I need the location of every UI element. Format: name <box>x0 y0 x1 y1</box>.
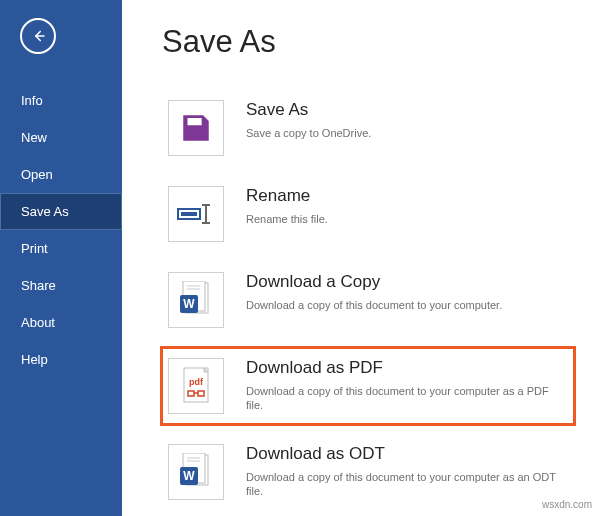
option-desc: Download a copy of this document to your… <box>246 298 568 312</box>
option-title: Save As <box>246 100 568 120</box>
option-title: Download as PDF <box>246 358 568 378</box>
option-text: Download as ODT Download a copy of this … <box>246 444 568 499</box>
sidebar-item-save-as[interactable]: Save As <box>0 193 122 230</box>
word-doc-icon: W <box>168 272 224 328</box>
sidebar-item-share[interactable]: Share <box>0 267 122 304</box>
odt-icon: W <box>168 444 224 500</box>
option-title: Download as ODT <box>246 444 568 464</box>
sidebar-item-new[interactable]: New <box>0 119 122 156</box>
option-desc: Rename this file. <box>246 212 568 226</box>
svg-rect-3 <box>181 212 197 216</box>
sidebar-item-label: About <box>21 315 55 330</box>
option-desc: Download a copy of this document to your… <box>246 470 568 499</box>
back-arrow-icon <box>29 27 47 45</box>
option-title: Download a Copy <box>246 272 568 292</box>
option-save-as[interactable]: Save As Save a copy to OneDrive. <box>162 90 574 166</box>
sidebar-item-open[interactable]: Open <box>0 156 122 193</box>
svg-text:W: W <box>183 297 195 311</box>
option-download-odt[interactable]: W Download as ODT Download a copy of thi… <box>162 434 574 510</box>
svg-text:W: W <box>183 469 195 483</box>
option-desc: Save a copy to OneDrive. <box>246 126 568 140</box>
back-button[interactable] <box>20 18 56 54</box>
sidebar-item-label: Print <box>21 241 48 256</box>
option-text: Rename Rename this file. <box>246 186 568 226</box>
sidebar-item-label: Share <box>21 278 56 293</box>
sidebar-item-label: Info <box>21 93 43 108</box>
svg-rect-1 <box>196 120 199 124</box>
option-download-pdf[interactable]: pdf Download as PDF Download a copy of t… <box>162 348 574 424</box>
sidebar: Info New Open Save As Print Share About … <box>0 0 122 516</box>
sidebar-item-help[interactable]: Help <box>0 341 122 378</box>
pdf-icon: pdf <box>168 358 224 414</box>
sidebar-item-label: Save As <box>21 204 69 219</box>
option-text: Download a Copy Download a copy of this … <box>246 272 568 312</box>
sidebar-item-info[interactable]: Info <box>0 82 122 119</box>
sidebar-item-about[interactable]: About <box>0 304 122 341</box>
sidebar-item-label: New <box>21 130 47 145</box>
option-rename[interactable]: Rename Rename this file. <box>162 176 574 252</box>
sidebar-item-print[interactable]: Print <box>0 230 122 267</box>
main-panel: Save As Save As Save a copy to OneDrive.… <box>122 0 600 516</box>
sidebar-item-label: Help <box>21 352 48 367</box>
option-desc: Download a copy of this document to your… <box>246 384 568 413</box>
sidebar-item-label: Open <box>21 167 53 182</box>
save-icon <box>168 100 224 156</box>
svg-text:pdf: pdf <box>189 377 204 387</box>
page-title: Save As <box>162 24 574 60</box>
option-text: Download as PDF Download a copy of this … <box>246 358 568 413</box>
option-title: Rename <box>246 186 568 206</box>
rename-icon <box>168 186 224 242</box>
option-download-copy[interactable]: W Download a Copy Download a copy of thi… <box>162 262 574 338</box>
option-text: Save As Save a copy to OneDrive. <box>246 100 568 140</box>
watermark: wsxdn.com <box>542 499 592 510</box>
